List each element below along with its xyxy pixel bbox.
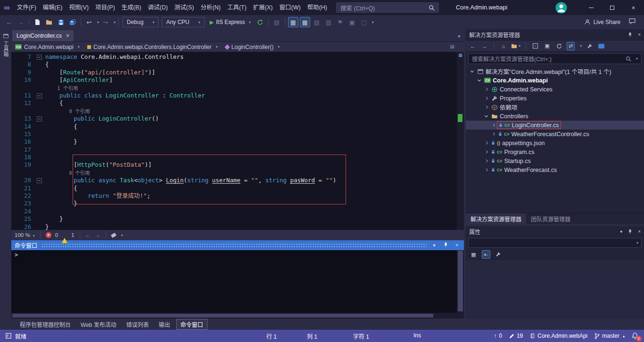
status-column[interactable]: 列 1 bbox=[307, 332, 353, 340]
menu-item[interactable]: 窗口(W) bbox=[276, 0, 304, 15]
feedback-button[interactable] bbox=[629, 18, 636, 26]
redo-dropdown-icon[interactable]: ▾ bbox=[114, 20, 116, 24]
outgoing-commits-button[interactable]: ↑0 bbox=[494, 333, 502, 339]
tree-item[interactable]: {}appsettings.json bbox=[466, 138, 644, 147]
tree-item[interactable]: C#WeatherForecast.cs bbox=[466, 165, 644, 174]
bookmark-next-button[interactable]: ▣ bbox=[347, 17, 357, 27]
command-window-header[interactable]: 命令窗口 ▾ × bbox=[11, 240, 464, 250]
panel-tab[interactable]: 解决方案资源管理器 bbox=[466, 213, 526, 224]
new-file-button[interactable] bbox=[32, 17, 42, 27]
tree-item[interactable]: C#LoginController.cs bbox=[466, 121, 644, 130]
back-icon[interactable]: ← bbox=[469, 42, 477, 50]
configuration-dropdown[interactable]: Debug▾ bbox=[123, 17, 158, 27]
chevron-down-icon[interactable]: ▾ bbox=[620, 229, 622, 234]
categorized-icon[interactable]: ▦ bbox=[470, 250, 478, 259]
close-panel-icon[interactable]: × bbox=[453, 243, 461, 248]
redo-button[interactable]: ↪ bbox=[100, 17, 111, 27]
chevron-down-icon[interactable]: ▾ bbox=[636, 57, 638, 61]
menu-item[interactable]: 视图(V) bbox=[66, 0, 92, 15]
toggle-outline-button[interactable]: ▦ bbox=[288, 17, 298, 27]
menu-item[interactable]: 测试(S) bbox=[171, 0, 198, 15]
comment-button[interactable]: ▧ bbox=[312, 17, 322, 27]
quick-search-box[interactable]: 搜索 (Ctrl+Q) bbox=[336, 2, 439, 13]
next-issue-button[interactable]: → bbox=[95, 232, 100, 238]
home-icon[interactable]: ⌂ bbox=[499, 42, 507, 50]
editor-scrollbar[interactable]: ▦ bbox=[457, 52, 464, 230]
minimize-button[interactable] bbox=[580, 0, 602, 15]
bottom-tab[interactable]: 输出 bbox=[155, 319, 174, 329]
menu-item[interactable]: 扩展(X) bbox=[250, 0, 276, 15]
menu-item[interactable]: 分析(N) bbox=[198, 0, 224, 15]
close-panel-icon[interactable]: × bbox=[638, 32, 641, 37]
preview-selected-items-icon[interactable] bbox=[597, 42, 605, 50]
show-all-files-icon[interactable]: ▣ bbox=[543, 42, 551, 50]
collapse-all-icon[interactable]: − bbox=[531, 42, 539, 50]
breadcrumb-segment[interactable]: C#Core.Admin.webapi▾ bbox=[11, 42, 83, 52]
menu-item[interactable]: 工具(T) bbox=[224, 0, 250, 15]
maximize-button[interactable] bbox=[602, 0, 623, 15]
error-count[interactable]: 0 bbox=[55, 232, 58, 238]
bottom-tab[interactable]: 命令窗口 bbox=[176, 319, 207, 330]
breadcrumb-segment[interactable]: Core.Admin.webapi.Controllers.LoginContr… bbox=[83, 42, 222, 52]
undo-button[interactable]: ↩ bbox=[84, 17, 94, 27]
toolbar-overflow-icon[interactable]: ▾ bbox=[372, 20, 374, 24]
menu-item[interactable]: 生成(B) bbox=[118, 0, 145, 15]
refresh-icon[interactable] bbox=[555, 42, 563, 50]
pin-icon[interactable] bbox=[442, 242, 449, 248]
command-prompt[interactable]: > bbox=[11, 250, 457, 313]
close-button[interactable]: × bbox=[623, 0, 644, 15]
bottom-tab[interactable]: 错误列表 bbox=[123, 319, 153, 329]
live-share-button[interactable]: Live Share bbox=[584, 19, 620, 25]
switch-views-button[interactable]: ▾ bbox=[511, 42, 520, 50]
tree-item[interactable]: 解决方案"Core.Admin.webapi"(1 个项目/共 1 个) bbox=[466, 67, 644, 76]
document-tab-logincontroller[interactable]: LoginController.cs × bbox=[12, 30, 74, 41]
command-window-hscrollbar[interactable] bbox=[11, 313, 464, 318]
branch-button[interactable]: master▴ bbox=[594, 333, 625, 339]
chevron-down-icon[interactable]: ▾ bbox=[430, 243, 438, 248]
close-panel-icon[interactable]: × bbox=[638, 229, 641, 234]
bottom-tab[interactable]: 程序包管理器控制台 bbox=[16, 319, 74, 329]
bookmark-prev-button[interactable]: ▢ bbox=[359, 17, 369, 27]
warning-count[interactable]: 1 bbox=[71, 232, 74, 238]
toggle-indent-button[interactable]: ▩ bbox=[300, 17, 310, 27]
tree-item[interactable]: C#WeatherForecastController.cs bbox=[466, 130, 644, 138]
tree-item[interactable]: C#Startup.cs bbox=[466, 156, 644, 165]
repository-button[interactable]: Core.Admin.webApi bbox=[530, 333, 587, 339]
tree-item[interactable]: 依赖项 bbox=[466, 103, 644, 112]
pin-icon[interactable] bbox=[628, 32, 632, 37]
notifications-button[interactable]: 2 bbox=[632, 333, 638, 339]
menu-item[interactable]: 帮助(H) bbox=[304, 0, 330, 15]
navigate-forward-button[interactable]: → bbox=[16, 17, 26, 27]
hot-reload-button[interactable] bbox=[255, 17, 265, 27]
property-wrench-icon[interactable] bbox=[495, 250, 503, 259]
open-documents-dropdown-icon[interactable]: ▾ bbox=[458, 34, 460, 39]
panel-tab[interactable]: 团队资源管理器 bbox=[526, 213, 575, 224]
find-in-files-button[interactable]: ▤ bbox=[272, 17, 282, 27]
code-editor[interactable]: 7−namespace Core.Admin.webapi.Controller… bbox=[11, 52, 464, 230]
properties-object-dropdown[interactable]: ▾ bbox=[468, 238, 642, 248]
tree-item[interactable]: C#Program.cs bbox=[466, 147, 644, 156]
chevron-down-icon[interactable]: ▾ bbox=[121, 233, 123, 237]
tree-item[interactable]: Controllers bbox=[466, 112, 644, 121]
pin-icon[interactable] bbox=[628, 229, 632, 234]
tree-item[interactable]: Connected Services bbox=[466, 85, 644, 94]
menu-item[interactable]: 项目(P) bbox=[92, 0, 118, 15]
uncomment-button[interactable]: ▨ bbox=[323, 17, 334, 27]
forward-icon[interactable]: → bbox=[480, 42, 488, 50]
breadcrumb-segment[interactable]: LoginController()▾ bbox=[222, 42, 283, 52]
chevron-down-icon[interactable]: ▾ bbox=[580, 44, 582, 48]
save-button[interactable] bbox=[56, 17, 66, 27]
navigate-backward-button[interactable]: ← bbox=[4, 17, 14, 27]
drag-handle[interactable] bbox=[41, 243, 427, 247]
scrollbar-thumb[interactable] bbox=[12, 314, 433, 318]
tab-close-icon[interactable]: × bbox=[66, 33, 69, 39]
alphabetical-sort-icon[interactable]: A↓ bbox=[482, 250, 490, 259]
bottom-tab[interactable]: Web 发布活动 bbox=[77, 319, 120, 329]
user-avatar[interactable] bbox=[555, 2, 567, 14]
pending-changes-button[interactable]: 19 bbox=[509, 333, 523, 339]
command-window-body[interactable]: > bbox=[11, 250, 464, 313]
bookmark-button[interactable]: ⚑ bbox=[335, 17, 346, 27]
status-character[interactable]: 字符 1 bbox=[353, 332, 413, 340]
sync-with-active-document-button[interactable]: ⇄ bbox=[567, 42, 575, 50]
scrollbar-options-icon[interactable]: ▦ bbox=[457, 52, 464, 58]
